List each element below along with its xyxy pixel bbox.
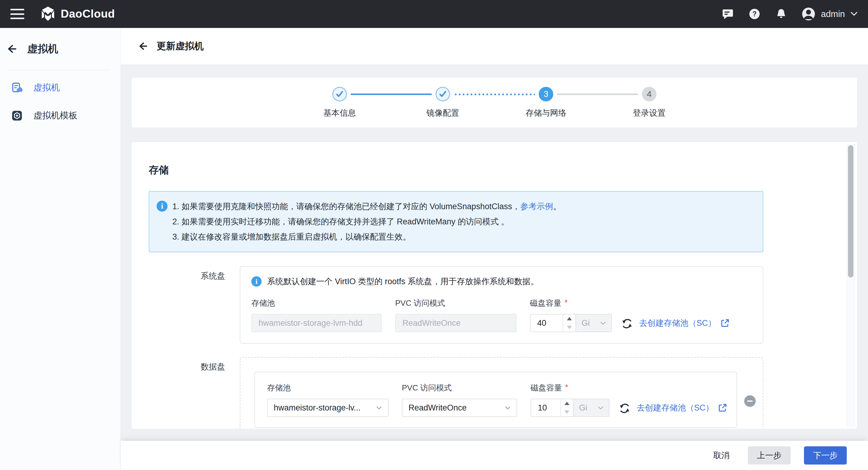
reference-example-link[interactable]: 参考示例 (520, 202, 553, 211)
notice-line-3: 3. 建议在修改容量或增加数据盘后重启虚拟机，以确保配置生效。 (173, 229, 753, 244)
system-storage-pool-input[interactable] (251, 314, 382, 332)
step-label: 登录设置 (633, 108, 665, 118)
sidebar-item-label: 虚拟机 (33, 82, 60, 94)
messages-icon[interactable] (721, 8, 734, 20)
data-disk-row: 数据盘 存储池 hwameisto (149, 357, 763, 429)
daocloud-logo-icon (40, 6, 56, 22)
data-disk-label: 数据盘 (149, 357, 225, 429)
user-menu[interactable]: admin (802, 7, 858, 21)
cancel-button[interactable]: 取消 (713, 450, 730, 461)
step-image-config[interactable]: 镜像配置 (391, 87, 494, 118)
username: admin (821, 9, 845, 19)
page-title: 更新虚拟机 (157, 40, 204, 53)
info-icon: i (157, 201, 167, 212)
wizard-footer: 取消 上一步 下一步 (121, 441, 868, 470)
storage-card: 存储 i 1. 如果需要使用克隆和快照功能，请确保您的存储池已经创建了对应的 V… (132, 142, 857, 429)
top-bar: DaoCloud ? admin (0, 0, 868, 28)
stepper-up-icon[interactable] (563, 315, 576, 323)
page-header: 更新虚拟机 (121, 28, 868, 64)
data-pvc-mode-select[interactable]: ReadWriteOnce (402, 399, 517, 417)
data-capacity-input (530, 399, 574, 417)
step-number: 4 (647, 89, 652, 99)
step-label: 基本信息 (323, 108, 356, 118)
create-storage-pool-link[interactable]: 去创建存储池（SC） (639, 318, 730, 328)
step-check-icon (436, 87, 450, 101)
step-basic-info[interactable]: 基本信息 (288, 87, 391, 118)
refresh-icon[interactable] (619, 402, 631, 414)
sidebar-item-vm[interactable]: 虚拟机 (11, 78, 121, 97)
system-capacity-input (530, 314, 576, 332)
external-link-icon (718, 403, 727, 412)
system-disk-row: 系统盘 i 系统默认创建一个 VirtIO 类型的 rootfs 系统盘，用于存… (149, 266, 763, 344)
sidebar-title: 虚拟机 (27, 42, 58, 56)
info-icon: i (251, 276, 261, 287)
system-disk-card: i 系统默认创建一个 VirtIO 类型的 rootfs 系统盘，用于存放操作系… (240, 266, 763, 344)
data-capacity-unit-select[interactable]: Gi (574, 399, 610, 417)
storage-pool-label: 存储池 (267, 383, 389, 393)
vertical-scrollbar[interactable] (847, 144, 855, 427)
storage-pool-label: 存储池 (251, 298, 382, 309)
notice-line-1: 1. 如果需要使用克隆和快照功能，请确保您的存储池已经创建了对应的 Volume… (173, 199, 753, 214)
brand[interactable]: DaoCloud (40, 6, 115, 22)
data-capacity-value[interactable] (531, 399, 560, 416)
pvc-access-mode-label: PVC 访问模式 (402, 383, 517, 393)
stepper: 基本信息 镜像配置 3 存储与网络 4 登录设置 (288, 87, 701, 118)
sidebar-back-arrow-icon[interactable] (7, 44, 17, 54)
sidebar: 虚拟机 虚拟机 虚拟机模板 (0, 28, 121, 470)
previous-step-button[interactable]: 上一步 (748, 446, 790, 465)
step-label: 镜像配置 (426, 108, 459, 118)
notification-bell-icon[interactable] (775, 8, 787, 20)
step-login-settings[interactable]: 4 登录设置 (597, 87, 701, 118)
hamburger-menu-icon[interactable] (10, 9, 24, 19)
vm-icon (11, 82, 23, 93)
required-mark: * (565, 383, 568, 393)
pvc-access-mode-label: PVC 访问模式 (395, 298, 517, 309)
system-disk-tip: 系统默认创建一个 VirtIO 类型的 rootfs 系统盘，用于存放操作系统和… (267, 276, 539, 287)
stepper-down-icon[interactable] (563, 323, 576, 332)
system-disk-label: 系统盘 (149, 266, 225, 344)
system-pvc-mode-input[interactable] (395, 314, 517, 332)
storage-heading: 存储 (149, 163, 763, 177)
external-link-icon (720, 319, 730, 328)
chevron-down-icon (850, 11, 858, 17)
required-mark: * (564, 298, 567, 309)
system-capacity-value[interactable] (530, 315, 563, 331)
step-check-icon (332, 87, 347, 101)
svg-text:?: ? (752, 10, 756, 18)
step-storage-network[interactable]: 3 存储与网络 (494, 87, 597, 118)
next-step-button[interactable]: 下一步 (804, 446, 847, 465)
system-capacity-unit-select[interactable]: Gi (576, 314, 612, 332)
brand-name: DaoCloud (61, 8, 115, 20)
step-number: 3 (544, 89, 549, 99)
capacity-label: 磁盘容量 (530, 383, 562, 393)
data-storage-pool-select[interactable]: hwameistor-storage-lv... (267, 399, 389, 417)
stepper-down-icon[interactable] (561, 408, 573, 417)
vm-template-icon (11, 110, 23, 121)
capacity-label: 磁盘容量 (530, 298, 561, 309)
stepper-up-icon[interactable] (561, 399, 573, 408)
remove-data-disk-button[interactable] (744, 395, 756, 407)
create-storage-pool-link[interactable]: 去创建存储池（SC） (637, 402, 727, 413)
scrollbar-thumb[interactable] (848, 145, 854, 277)
step-label: 存储与网络 (526, 108, 567, 118)
help-icon[interactable]: ? (748, 8, 761, 20)
sidebar-item-label: 虚拟机模板 (33, 110, 78, 122)
notice-line-2: 2. 如果需要使用实时迁移功能，请确保您的存储支持并选择了 ReadWriteM… (173, 214, 753, 229)
refresh-icon[interactable] (621, 318, 633, 330)
notice-box: i 1. 如果需要使用克隆和快照功能，请确保您的存储池已经创建了对应的 Volu… (149, 191, 763, 252)
data-disk-card: 存储池 hwameistor-storage-lv... (254, 372, 737, 428)
data-disk-group: 存储池 hwameistor-storage-lv... (240, 357, 763, 429)
sidebar-item-vm-template[interactable]: 虚拟机模板 (11, 106, 121, 125)
stepper-card: 基本信息 镜像配置 3 存储与网络 4 登录设置 (132, 78, 857, 127)
page-back-arrow-icon[interactable] (138, 41, 148, 51)
avatar (802, 7, 815, 21)
